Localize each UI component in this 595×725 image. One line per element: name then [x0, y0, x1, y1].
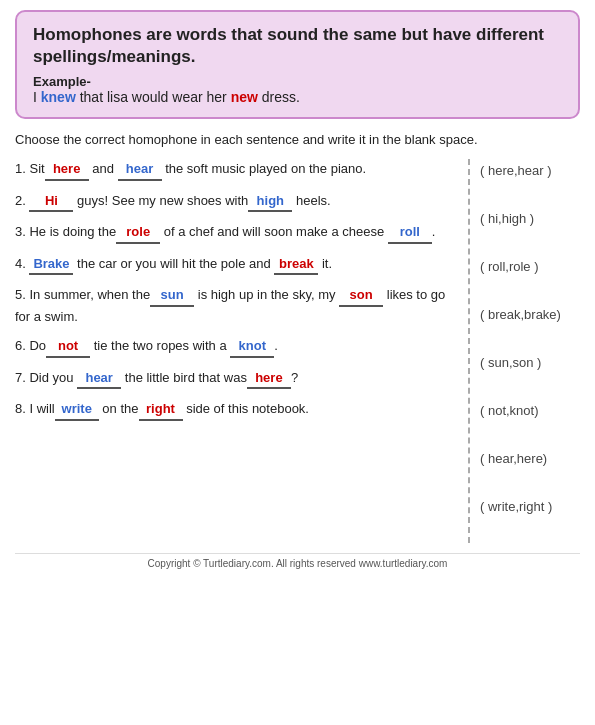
q-text: the car or you will hit the pole and: [73, 256, 274, 271]
question-item: 3. He is doing therole of a chef and wil…: [15, 222, 460, 244]
q-text: side of this notebook.: [183, 401, 309, 416]
question-item: 8. I willwrite on theright side of this …: [15, 399, 460, 421]
q-text: tie the two ropes with a: [90, 338, 230, 353]
q-num: 8.: [15, 401, 26, 416]
footer: Copyright © Turtlediary.com. All rights …: [15, 553, 580, 569]
q-num: 2.: [15, 193, 26, 208]
blank-answer: Hi: [29, 191, 73, 213]
instruction: Choose the correct homophone in each sen…: [15, 131, 580, 149]
answer-option: ( here,hear ): [480, 159, 580, 197]
blank-answer: not: [46, 336, 90, 358]
q-text: Did you: [29, 370, 77, 385]
content-area: 1. Sithere and hear the soft music playe…: [15, 159, 580, 543]
q-text: it.: [318, 256, 332, 271]
blank-answer: here: [247, 368, 291, 390]
blank-answer: son: [339, 285, 383, 307]
blank-answer: role: [116, 222, 160, 244]
q-text: .: [432, 224, 436, 239]
q-num: 1.: [15, 161, 26, 176]
q-text: In summer, when the: [29, 287, 150, 302]
q-text: .: [274, 338, 278, 353]
question-item: 7. Did you hear the little bird that was…: [15, 368, 460, 390]
q-num: 5.: [15, 287, 26, 302]
questions-column: 1. Sithere and hear the soft music playe…: [15, 159, 470, 543]
blank-answer: hear: [77, 368, 121, 390]
answer-option: ( write,right ): [480, 495, 580, 533]
q-num: 4.: [15, 256, 26, 271]
blank-answer: right: [139, 399, 183, 421]
answer-option: ( hi,high ): [480, 207, 580, 245]
q-num: 3.: [15, 224, 26, 239]
blank-answer: here: [45, 159, 89, 181]
q-text: of a chef and will soon make a cheese: [160, 224, 388, 239]
q-text: the soft music played on the piano.: [162, 161, 367, 176]
q-text: the little bird that was: [121, 370, 247, 385]
blank-answer: sun: [150, 285, 194, 307]
header-title: Homophones are words that sound the same…: [33, 24, 562, 68]
blank-answer: hear: [118, 159, 162, 181]
q-text: and: [89, 161, 118, 176]
question-item: 2. Hi guys! See my new shoes withhigh he…: [15, 191, 460, 213]
question-item: 1. Sithere and hear the soft music playe…: [15, 159, 460, 181]
question-item: 6. Donot tie the two ropes with a knot.: [15, 336, 460, 358]
q-text: Sit: [29, 161, 44, 176]
answer-option: ( hear,here): [480, 447, 580, 485]
blank-answer: write: [55, 399, 99, 421]
q-text: ?: [291, 370, 298, 385]
example-label: Example-: [33, 74, 91, 89]
q-text: heels.: [292, 193, 330, 208]
q-text: is high up in the sky, my: [194, 287, 339, 302]
question-item: 4. Brake the car or you will hit the pol…: [15, 254, 460, 276]
header-box: Homophones are words that sound the same…: [15, 10, 580, 119]
answer-option: ( not,knot): [480, 399, 580, 437]
answers-column: ( here,hear )( hi,high )( roll,role )( b…: [470, 159, 580, 543]
blank-answer: Brake: [29, 254, 73, 276]
question-item: 5. In summer, when thesun is high up in …: [15, 285, 460, 326]
q-text: guys! See my new shoes with: [73, 193, 248, 208]
blank-answer: high: [248, 191, 292, 213]
blank-answer: knot: [230, 336, 274, 358]
q-text: He is doing the: [29, 224, 116, 239]
q-num: 6.: [15, 338, 26, 353]
answer-option: ( break,brake): [480, 303, 580, 341]
answer-option: ( sun,son ): [480, 351, 580, 389]
q-num: 7.: [15, 370, 26, 385]
q-text: Do: [29, 338, 46, 353]
blank-answer: break: [274, 254, 318, 276]
answer-option: ( roll,role ): [480, 255, 580, 293]
q-text: I will: [29, 401, 54, 416]
blank-answer: roll: [388, 222, 432, 244]
example-sentence: I knew that lisa would wear her new dres…: [33, 89, 300, 105]
q-text: on the: [99, 401, 139, 416]
